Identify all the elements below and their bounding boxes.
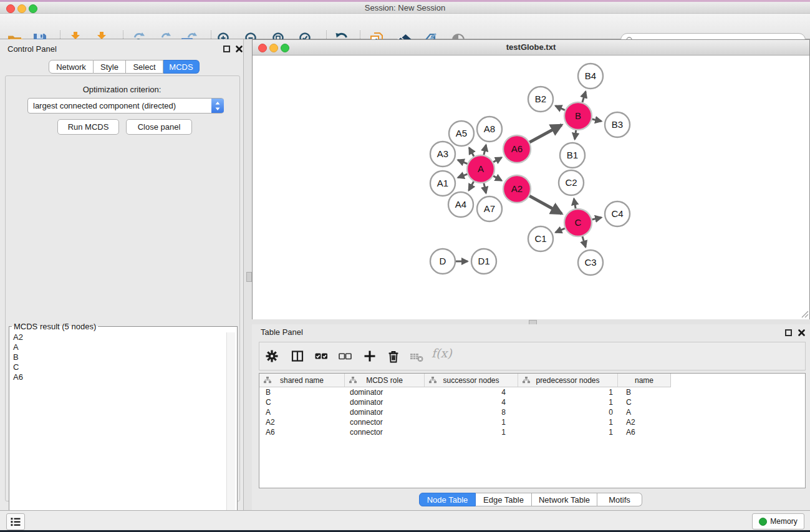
table-cell: A2 bbox=[259, 418, 345, 427]
tab-network-table[interactable]: Network Table bbox=[532, 493, 597, 506]
column-header-mcds-role[interactable]: MCDS role bbox=[345, 374, 425, 387]
mcds-result-box: MCDS result (5 nodes) A2ABCA6 bbox=[9, 322, 238, 532]
graph-edge-A-A7[interactable] bbox=[484, 183, 486, 193]
graph-node-A2[interactable]: A2 bbox=[503, 175, 531, 203]
column-header-predecessor-nodes[interactable]: predecessor nodes bbox=[518, 374, 618, 387]
mcds-result-item[interactable]: C bbox=[11, 362, 226, 372]
table-cell: 0 bbox=[518, 408, 618, 417]
graph-node-B3[interactable]: B3 bbox=[605, 112, 630, 137]
graph-node-A4[interactable]: A4 bbox=[448, 192, 473, 217]
column-header-shared-name[interactable]: shared name bbox=[259, 374, 345, 387]
tab-edge-table[interactable]: Edge Table bbox=[476, 493, 532, 506]
graph-edge-B-B3[interactable] bbox=[592, 119, 602, 121]
optimization-criterion-label: Optimization criterion: bbox=[5, 85, 239, 94]
tab-motifs[interactable]: Motifs bbox=[597, 493, 642, 506]
mcds-result-item[interactable]: A2 bbox=[11, 332, 226, 342]
mcds-result-item[interactable]: A bbox=[11, 342, 226, 352]
run-mcds-button[interactable]: Run MCDS bbox=[57, 119, 119, 135]
graph-node-A6[interactable]: A6 bbox=[503, 135, 531, 163]
table-cell: A bbox=[259, 408, 345, 417]
graph-node-C3[interactable]: C3 bbox=[578, 250, 603, 275]
graph-edge-C-C2[interactable] bbox=[574, 199, 576, 209]
graph-node-D[interactable]: D bbox=[430, 249, 455, 274]
tab-select[interactable]: Select bbox=[126, 60, 163, 74]
graph-node-B2[interactable]: B2 bbox=[528, 87, 553, 112]
tab-node-table[interactable]: Node Table bbox=[419, 493, 476, 506]
float-panel-icon[interactable] bbox=[223, 46, 230, 52]
graph-edge-A-A6[interactable] bbox=[493, 158, 501, 162]
network-window-title: testGlobe.txt bbox=[253, 42, 809, 52]
graph-node-C2[interactable]: C2 bbox=[559, 170, 584, 195]
close-panel-icon[interactable] bbox=[235, 45, 243, 53]
network-canvas[interactable]: B4B2BB3A5A8A6B1A3AA1C2A2A4A7C4CC1C3DD1 bbox=[253, 56, 809, 319]
graph-edge-C-C3[interactable] bbox=[582, 236, 586, 247]
table-row[interactable]: A6connector11A6 bbox=[259, 427, 805, 437]
column-header-successor-nodes[interactable]: successor nodes bbox=[425, 374, 518, 387]
table-cell: A bbox=[618, 408, 670, 417]
graph-node-A3[interactable]: A3 bbox=[430, 142, 455, 167]
float-panel-icon[interactable] bbox=[785, 329, 792, 336]
graph-edge-B-B4[interactable] bbox=[582, 92, 586, 102]
table-cell: 1 bbox=[425, 418, 518, 427]
panel-divider-vertical[interactable] bbox=[244, 39, 252, 510]
graph-node-D1[interactable]: D1 bbox=[471, 249, 496, 274]
graph-edge-A6-B[interactable] bbox=[529, 125, 561, 142]
table-cell: A2 bbox=[618, 418, 670, 427]
function-builder-icon[interactable]: f(x) bbox=[432, 346, 452, 360]
add-column-icon[interactable] bbox=[362, 349, 377, 364]
table-row[interactable]: Cdominator41C bbox=[259, 397, 805, 407]
deselect-all-icon[interactable] bbox=[337, 349, 352, 364]
graph-node-B[interactable]: B bbox=[564, 102, 592, 130]
window-resize-handle[interactable] bbox=[801, 310, 809, 318]
graph-node-B4[interactable]: B4 bbox=[578, 64, 603, 89]
graph-node-A[interactable]: A bbox=[467, 155, 494, 183]
panel-divider-horizontal[interactable] bbox=[252, 319, 810, 324]
network-graph[interactable]: B4B2BB3A5A8A6B1A3AA1C2A2A4A7C4CC1C3DD1 bbox=[253, 56, 809, 319]
tab-mcds[interactable]: MCDS bbox=[163, 60, 200, 74]
graph-edge-A-A1[interactable] bbox=[458, 174, 467, 178]
graph-node-A5[interactable]: A5 bbox=[449, 121, 474, 146]
table-settings-icon[interactable] bbox=[264, 349, 279, 364]
divider-handle[interactable] bbox=[246, 272, 252, 282]
column-header-name[interactable]: name bbox=[618, 374, 670, 387]
mcds-result-item[interactable]: B bbox=[11, 352, 226, 362]
graph-node-A1[interactable]: A1 bbox=[430, 171, 455, 196]
delete-table-icon[interactable] bbox=[409, 349, 424, 364]
delete-column-icon[interactable] bbox=[386, 349, 401, 364]
graph-node-A7[interactable]: A7 bbox=[477, 196, 502, 221]
tab-network[interactable]: Network bbox=[49, 60, 94, 74]
graph-node-C1[interactable]: C1 bbox=[528, 226, 553, 251]
graph-node-C[interactable]: C bbox=[564, 209, 592, 236]
graph-node-A8[interactable]: A8 bbox=[477, 117, 502, 142]
mcds-scrollbar[interactable] bbox=[226, 332, 235, 532]
graph-edge-A-A2[interactable] bbox=[493, 176, 501, 180]
optimization-criterion-select[interactable]: largest connected component (directed) bbox=[27, 98, 224, 114]
close-panel-button[interactable]: Close panel bbox=[126, 119, 192, 135]
graph-edge-C-C4[interactable] bbox=[592, 218, 602, 220]
graph-edge-C-C1[interactable] bbox=[556, 228, 565, 233]
table-cell: C bbox=[618, 398, 670, 407]
control-panel-tabs: Network Style Select MCDS bbox=[49, 60, 200, 74]
column-edit-icon bbox=[429, 377, 436, 384]
memory-button[interactable]: Memory bbox=[752, 513, 804, 530]
graph-edge-A-A3[interactable] bbox=[458, 160, 467, 164]
graph-edge-B-B1[interactable] bbox=[575, 130, 576, 140]
table-row[interactable]: A2connector11A2 bbox=[259, 417, 805, 427]
task-history-button[interactable] bbox=[6, 513, 25, 530]
graph-node-label: A6 bbox=[511, 143, 523, 154]
mcds-result-item[interactable]: A6 bbox=[11, 372, 226, 382]
graph-node-C4[interactable]: C4 bbox=[605, 201, 630, 226]
graph-edge-A-A4[interactable] bbox=[469, 181, 474, 190]
mcds-result-list[interactable]: A2ABCA6 bbox=[11, 332, 226, 532]
graph-edge-A-A8[interactable] bbox=[484, 145, 486, 155]
select-all-icon[interactable] bbox=[314, 349, 329, 364]
show-column-icon[interactable] bbox=[290, 349, 305, 364]
graph-edge-A2-C[interactable] bbox=[529, 196, 562, 213]
close-panel-icon[interactable] bbox=[798, 329, 806, 337]
table-row[interactable]: Bdominator41B bbox=[259, 387, 805, 397]
table-row[interactable]: Adominator80A bbox=[259, 407, 805, 417]
tab-style[interactable]: Style bbox=[94, 60, 126, 74]
graph-node-B1[interactable]: B1 bbox=[560, 143, 585, 168]
graph-edge-B-B2[interactable] bbox=[556, 106, 565, 110]
graph-edge-A-A5[interactable] bbox=[469, 148, 474, 157]
